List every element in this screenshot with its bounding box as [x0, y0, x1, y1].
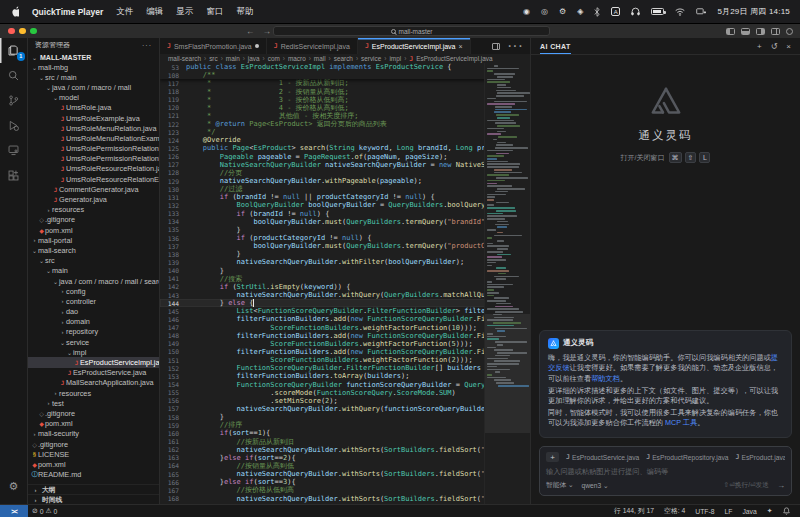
code-line[interactable]: 144 } else { — [160, 299, 530, 307]
language-mode[interactable]: Java — [738, 508, 761, 515]
lingma-status-icon[interactable]: ✦ — [762, 507, 777, 515]
tree-item[interactable]: JUmsRoleMenuRelationExample.java — [28, 133, 159, 143]
tree-item[interactable]: ◆pom.xml — [28, 459, 159, 469]
breadcrumb-item[interactable]: mall — [314, 55, 326, 62]
tree-item[interactable]: ⌄mall-search — [28, 245, 159, 255]
gear-status-icon[interactable]: ⚙ — [559, 8, 566, 16]
code-line[interactable]: 123 */ — [160, 128, 530, 136]
ai-chat-tab[interactable]: AI CHAT — [540, 38, 571, 54]
timeline-section[interactable]: ›时间线 — [28, 494, 159, 504]
code-line[interactable]: 157 nativeSearchQueryBuilder.withQuery(f… — [160, 405, 530, 413]
tree-item[interactable]: ⌄src / main — [28, 72, 159, 82]
code-line[interactable]: 153 filterFunctionBuilders.toArray(build… — [160, 372, 530, 380]
code-line[interactable]: 128 //分页 — [160, 169, 530, 177]
code-line[interactable]: 162 nativeSearchQueryBuilder.withSorts(S… — [160, 446, 530, 454]
tree-item[interactable]: ›resources — [28, 205, 159, 215]
shield-status-icon[interactable]: ◎ — [541, 8, 548, 16]
code-line[interactable]: 132 BoolQueryBuilder boolQueryBuilder = … — [160, 201, 530, 209]
code-editor[interactable]: 53public class EsProductServiceImpl impl… — [160, 63, 530, 504]
breadcrumb-item[interactable]: com — [268, 55, 280, 62]
breadcrumb-item[interactable]: java — [248, 55, 260, 62]
attachment-chip[interactable]: JEsProduct.java — [736, 453, 785, 461]
editor-more-icon[interactable]: ··· — [507, 37, 523, 55]
chat-link[interactable]: 帮助文档 — [591, 374, 620, 383]
tree-item[interactable]: ›repository — [28, 327, 159, 337]
problems-status[interactable]: ⊘0 ⚠0 — [28, 507, 61, 515]
screen-mirroring-icon[interactable] — [696, 8, 706, 16]
breadcrumb-item[interactable]: main — [226, 55, 240, 62]
tree-item[interactable]: ›mall-security — [28, 429, 159, 439]
run-debug-icon[interactable] — [0, 113, 28, 138]
tree-item[interactable]: ⓘREADME.md — [28, 470, 159, 480]
close-tab-icon[interactable]: × — [458, 43, 462, 50]
code-line[interactable]: 125 public Page<EsProduct> search(String… — [160, 144, 530, 152]
attachment-chip[interactable]: JEsProductRepository.java — [646, 453, 728, 461]
code-line[interactable]: 161 //按新品从新到旧 — [160, 437, 530, 445]
command-center[interactable]: mall-master — [273, 26, 550, 36]
add-context-button[interactable]: + — [546, 452, 559, 462]
tree-item[interactable]: ⌄service — [28, 337, 159, 347]
breadcrumb-item[interactable]: search — [334, 55, 353, 62]
breadcrumb-item[interactable]: impl — [389, 55, 401, 62]
extensions-icon[interactable] — [0, 163, 28, 188]
tree-item[interactable]: JUmsRoleMenuRelation.java — [28, 123, 159, 133]
code-line[interactable]: 156 .setMinScore(2); — [160, 397, 530, 405]
bluetooth-icon[interactable] — [594, 7, 600, 17]
code-line[interactable]: 130 //过滤 — [160, 185, 530, 193]
code-line[interactable]: 141 //搜索 — [160, 275, 530, 283]
code-line[interactable]: 137 boolQueryBuilder.must(QueryBuilders.… — [160, 242, 530, 250]
diamond-status-icon[interactable]: ◈ — [577, 8, 583, 16]
code-line[interactable]: 159 //排序 — [160, 421, 530, 429]
settings-gear-icon[interactable]: ⚙ — [0, 474, 28, 499]
nav-forward-icon[interactable]: → — [263, 26, 272, 36]
tree-item[interactable]: JUmsRoleResourceRelation.java — [28, 164, 159, 174]
code-line[interactable]: 147 ScoreFunctionBuilders.weightFactorFu… — [160, 324, 530, 332]
tree-item[interactable]: ◇.gitignore — [28, 408, 159, 418]
tree-item[interactable]: JGenerator.java — [28, 194, 159, 204]
breadcrumb-item[interactable]: EsProductServiceImpl.java — [416, 55, 492, 62]
tree-item[interactable]: JUmsRolePermissionRelation.java — [28, 144, 159, 154]
toggle-primary-sidebar-icon[interactable] — [726, 28, 735, 35]
code-line[interactable]: 148 filterFunctionBuilders.add(new Funct… — [160, 332, 530, 340]
menu-help[interactable]: 帮助 — [236, 6, 253, 18]
cursor-position[interactable]: 行 144, 列 17 — [610, 506, 659, 516]
code-line[interactable]: 167 //按价格从低到高 — [160, 486, 530, 494]
toggle-secondary-sidebar-icon[interactable] — [756, 28, 765, 35]
code-line[interactable]: 108 /** — [160, 71, 530, 79]
attachment-chip[interactable]: JEsProductService.java — [566, 453, 639, 461]
customize-layout-icon[interactable] — [771, 28, 780, 35]
code-line[interactable]: 154 FunctionScoreQueryBuilder functionSc… — [160, 380, 530, 388]
apple-icon[interactable] — [10, 6, 19, 17]
tree-item[interactable]: ›controller — [28, 296, 159, 306]
battery-icon[interactable] — [651, 8, 664, 15]
code-line[interactable]: 53public class EsProductServiceImpl impl… — [160, 63, 530, 71]
chat-link[interactable]: MCP 工具 — [665, 418, 697, 427]
tree-item[interactable]: JUmsRole.java — [28, 103, 159, 113]
tree-item[interactable]: ◇.gitignore — [28, 439, 159, 449]
toggle-panel-icon[interactable] — [741, 28, 750, 35]
breadcrumb-item[interactable]: mall-search — [168, 55, 201, 62]
code-line[interactable]: 135 } — [160, 226, 530, 234]
code-line[interactable]: 122 * @return Page<EsProduct> 返回分页后的商品列表 — [160, 120, 530, 128]
code-line[interactable]: 150 filterFunctionBuilders.add(new Funct… — [160, 348, 530, 356]
code-line[interactable]: 165 nativeSearchQueryBuilder.withSorts(S… — [160, 470, 530, 478]
input-source-icon[interactable]: A — [611, 7, 620, 16]
project-root-item[interactable]: ⌄ MALL-MASTER — [28, 52, 159, 62]
tree-item[interactable]: ◆pom.xml — [28, 419, 159, 429]
code-line[interactable]: 151 ScoreFunctionBuilders.weightFactorFu… — [160, 356, 530, 364]
tree-item[interactable]: JEsProductService.java — [28, 368, 159, 378]
code-line[interactable]: 124 @Override — [160, 136, 530, 144]
tree-item[interactable]: ◆pom.xml — [28, 225, 159, 235]
code-line[interactable]: 139 nativeSearchQueryBuilder.withFilter(… — [160, 258, 530, 266]
tree-item[interactable]: ›config — [28, 286, 159, 296]
minimap[interactable] — [484, 63, 530, 504]
model-select[interactable]: qwen3 ⌄ — [582, 482, 609, 490]
tree-item[interactable]: JUmsRolePermissionRelationExample... — [28, 154, 159, 164]
tab[interactable]: JRedisServiceImpl.java — [267, 38, 358, 54]
send-icon[interactable]: → — [777, 481, 785, 490]
tree-item[interactable]: ›resources — [28, 388, 159, 398]
code-line[interactable]: 126 Pageable pageable = PageRequest.of(p… — [160, 153, 530, 161]
explorer-more-icon[interactable]: ··· — [142, 42, 152, 49]
bell-icon[interactable] — [778, 507, 794, 515]
tree-item[interactable]: ⌄model — [28, 93, 159, 103]
